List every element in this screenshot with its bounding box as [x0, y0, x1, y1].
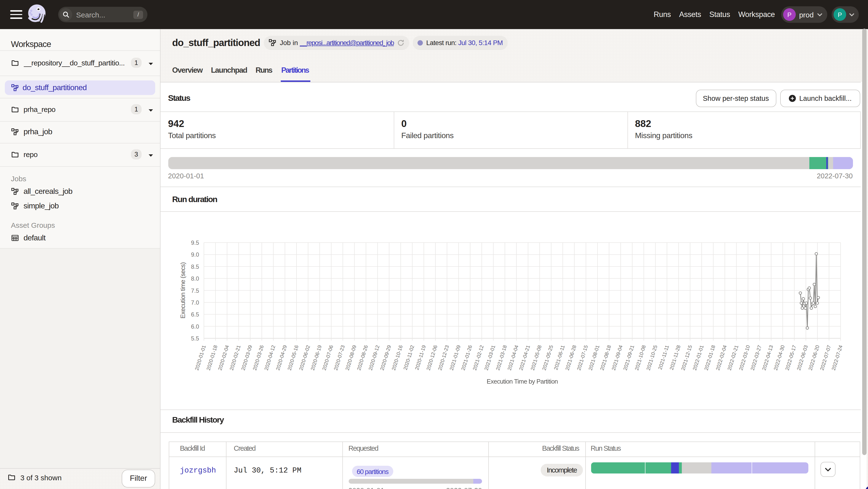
svg-text:8.5: 8.5 [191, 263, 199, 270]
svg-text:2021-03-18: 2021-03-18 [495, 344, 507, 370]
svg-text:8.0: 8.0 [191, 275, 199, 282]
svg-text:2022-01-18: 2022-01-18 [703, 344, 716, 370]
svg-text:2020-06-02: 2020-06-02 [298, 344, 311, 370]
svg-text:2021-07-15: 2021-07-15 [576, 344, 588, 370]
svg-text:2021-04-21: 2021-04-21 [518, 344, 530, 370]
svg-text:2021-04-04: 2021-04-04 [506, 344, 519, 371]
svg-text:2021-08-01: 2021-08-01 [587, 344, 600, 370]
svg-text:2021-09-04: 2021-09-04 [610, 344, 623, 371]
svg-text:2022-07-07: 2022-07-07 [819, 344, 832, 370]
svg-text:2021-09-21: 2021-09-21 [622, 344, 635, 370]
svg-text:2021-10-08: 2021-10-08 [633, 344, 646, 370]
svg-text:2022-02-21: 2022-02-21 [726, 344, 739, 370]
svg-text:5.5: 5.5 [191, 335, 199, 341]
svg-text:2021-01-26: 2021-01-26 [460, 344, 473, 370]
svg-text:2021-02-12: 2021-02-12 [471, 344, 484, 370]
svg-text:2020-03-09: 2020-03-09 [240, 344, 253, 370]
svg-text:2022-01-01: 2022-01-01 [691, 344, 704, 370]
svg-text:2020-10-16: 2020-10-16 [390, 344, 403, 370]
svg-text:Execution time (secs): Execution time (secs) [179, 262, 186, 318]
svg-text:7.0: 7.0 [191, 299, 199, 305]
svg-text:6.5: 6.5 [191, 311, 199, 318]
svg-text:2020-06-19: 2020-06-19 [309, 344, 322, 370]
svg-text:2022-04-13: 2022-04-13 [761, 344, 774, 370]
svg-text:2022-07-24: 2022-07-24 [830, 344, 843, 371]
svg-text:2021-06-28: 2021-06-28 [564, 344, 577, 370]
svg-text:2020-02-21: 2020-02-21 [228, 344, 241, 370]
svg-text:2022-06-20: 2022-06-20 [807, 344, 820, 370]
svg-text:9.0: 9.0 [191, 251, 199, 258]
svg-text:9.5: 9.5 [191, 239, 199, 246]
svg-text:2020-12-23: 2020-12-23 [437, 344, 450, 370]
svg-text:2020-07-23: 2020-07-23 [333, 344, 345, 370]
svg-text:2021-06-11: 2021-06-11 [553, 344, 565, 370]
svg-text:2022-03-10: 2022-03-10 [738, 344, 750, 370]
svg-text:2021-05-25: 2021-05-25 [541, 344, 554, 370]
svg-text:2020-04-29: 2020-04-29 [275, 344, 287, 370]
svg-text:2020-11-02: 2020-11-02 [402, 344, 415, 370]
svg-text:2021-01-09: 2021-01-09 [448, 344, 461, 370]
svg-text:2020-09-29: 2020-09-29 [379, 344, 392, 370]
svg-text:2022-05-17: 2022-05-17 [784, 344, 797, 370]
svg-text:6.0: 6.0 [191, 323, 199, 330]
svg-text:2020-08-26: 2020-08-26 [356, 344, 369, 370]
svg-text:2022-04-30: 2022-04-30 [772, 344, 785, 370]
svg-text:2020-05-16: 2020-05-16 [286, 344, 299, 370]
svg-text:2020-02-04: 2020-02-04 [217, 344, 229, 371]
svg-text:2022-06-03: 2022-06-03 [796, 344, 808, 370]
svg-text:2022-03-27: 2022-03-27 [749, 344, 762, 370]
svg-text:2020-12-06: 2020-12-06 [425, 344, 438, 370]
svg-text:2020-11-19: 2020-11-19 [414, 344, 427, 370]
svg-text:2020-07-06: 2020-07-06 [321, 344, 334, 370]
svg-text:Execution Time by Partition: Execution Time by Partition [486, 378, 557, 385]
svg-text:2020-09-12: 2020-09-12 [367, 344, 380, 370]
svg-text:7.5: 7.5 [191, 287, 199, 294]
svg-text:2021-11-28: 2021-11-28 [668, 344, 681, 370]
svg-text:2020-08-09: 2020-08-09 [344, 344, 357, 370]
svg-text:2020-01-18: 2020-01-18 [205, 344, 218, 370]
svg-text:2020-04-12: 2020-04-12 [263, 344, 276, 370]
svg-text:2020-03-26: 2020-03-26 [251, 344, 264, 370]
svg-text:2021-10-25: 2021-10-25 [645, 344, 658, 370]
svg-text:2021-12-15: 2021-12-15 [680, 344, 693, 370]
svg-text:2021-11-11: 2021-11-11 [657, 344, 670, 370]
svg-text:2021-05-08: 2021-05-08 [529, 344, 542, 370]
svg-text:2021-08-18: 2021-08-18 [599, 344, 612, 370]
svg-text:2021-03-01: 2021-03-01 [483, 344, 496, 370]
svg-text:2022-02-04: 2022-02-04 [715, 344, 727, 371]
svg-text:2020-01-01: 2020-01-01 [193, 344, 206, 370]
